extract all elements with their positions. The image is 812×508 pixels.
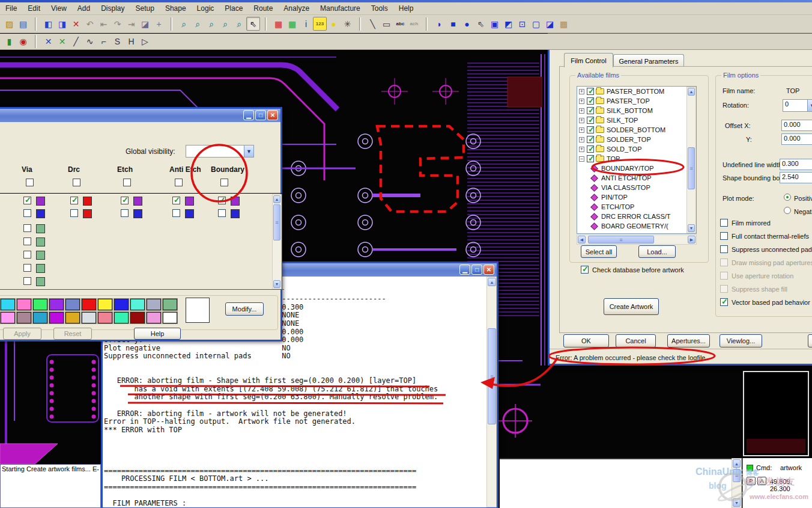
layer-color-swatch[interactable] xyxy=(36,197,45,206)
layer-color-swatch[interactable] xyxy=(231,209,240,218)
global-visibility-select[interactable]: ▼ xyxy=(186,145,254,158)
layer-color-swatch[interactable] xyxy=(133,209,142,218)
ok-button[interactable]: OK xyxy=(563,334,609,347)
palette-color-swatch[interactable] xyxy=(1,299,15,310)
undo-icon[interactable]: ↶ xyxy=(83,17,97,31)
menu-setup[interactable]: Setup xyxy=(130,3,160,14)
expand-icon[interactable]: + xyxy=(579,99,584,104)
close-icon[interactable]: ✕ xyxy=(267,110,278,120)
palette-color-swatch[interactable] xyxy=(163,312,177,323)
menu-route[interactable]: Route xyxy=(248,3,278,14)
command-window[interactable]: Starting Create artwork films... E- artw… xyxy=(0,464,101,508)
layer-visibility-checkbox[interactable] xyxy=(70,209,78,217)
add-vertex-icon[interactable]: ✕ xyxy=(41,35,55,49)
film-layer-anti-etch-top[interactable]: ANTI ETCH/TOP xyxy=(577,173,696,183)
palette-color-swatch[interactable] xyxy=(17,299,31,310)
next-icon[interactable]: ▷ xyxy=(138,35,152,49)
zoom-fit-icon[interactable]: ⌕ xyxy=(191,17,205,31)
shape-add-icon[interactable]: ▣ xyxy=(488,17,501,31)
option-checkbox-use-aperture-rotation[interactable] xyxy=(720,272,728,280)
option-checkbox-suppress-unconnected-pads[interactable] xyxy=(720,245,728,253)
film-layer-drc-error-class-t[interactable]: DRC ERROR CLASS/T xyxy=(577,212,696,221)
film-checkbox[interactable] xyxy=(587,136,594,143)
menu-edit[interactable]: Edit xyxy=(22,3,46,14)
shape-delete-islands-icon[interactable]: ▢ xyxy=(529,17,543,31)
plot-mode-negative-radio[interactable] xyxy=(784,207,791,214)
option-checkbox-full-contact-thermal-reliefs[interactable] xyxy=(720,232,728,240)
select-shape-icon[interactable]: ⇖ xyxy=(474,17,488,31)
zoom-pointer-icon[interactable]: ⇖ xyxy=(246,17,260,31)
expand-icon[interactable]: + xyxy=(579,147,584,152)
scroll-thumb[interactable] xyxy=(273,204,280,240)
film-folder-sold_top[interactable]: +SOLD_TOP xyxy=(577,144,696,154)
layer-color-swatch[interactable] xyxy=(36,264,45,273)
expand-icon[interactable]: + xyxy=(579,127,584,133)
minimize-icon[interactable]: ▁ xyxy=(459,265,470,275)
slide-icon[interactable]: ╱ xyxy=(69,35,83,49)
layer-color-swatch[interactable] xyxy=(36,224,45,233)
column-visibility-checkbox[interactable] xyxy=(73,179,80,186)
color-dialog-icon[interactable]: ▦ xyxy=(271,17,285,31)
expand-icon[interactable]: + xyxy=(579,89,584,94)
create-artwork-button[interactable]: Create Artwork xyxy=(604,298,659,315)
menu-place[interactable]: Place xyxy=(219,3,248,14)
film-checkbox[interactable] xyxy=(587,145,594,153)
shape-void-icon[interactable]: ◩ xyxy=(501,17,515,31)
edit-text-icon[interactable]: ach xyxy=(407,17,421,31)
select-all-button[interactable]: Select all xyxy=(581,245,617,258)
fix-icon[interactable]: ◪ xyxy=(138,17,152,31)
expand-icon[interactable]: + xyxy=(579,108,584,114)
move-icon[interactable]: ◨ xyxy=(55,17,69,31)
close-icon[interactable]: ✕ xyxy=(483,265,494,275)
palette-color-swatch[interactable] xyxy=(98,312,112,323)
menu-tools[interactable]: Tools xyxy=(366,3,393,14)
check-database-checkbox[interactable] xyxy=(581,266,589,274)
tab-general-parameters[interactable]: General Parameters xyxy=(613,54,684,67)
swap-icon[interactable]: S xyxy=(111,35,124,49)
menu-help[interactable]: Help xyxy=(393,3,419,14)
expand-icon[interactable]: + xyxy=(579,137,584,142)
grid-vscrollbar[interactable]: ▲ ▼ xyxy=(272,194,282,289)
flip-icon[interactable]: H xyxy=(124,35,138,49)
menu-logic[interactable]: Logic xyxy=(192,3,220,14)
film-checkbox[interactable] xyxy=(587,88,594,95)
layer-visibility-checkbox[interactable] xyxy=(23,251,31,259)
film-folder-silk_top[interactable]: +SILK_TOP xyxy=(577,115,696,125)
palette-color-swatch[interactable] xyxy=(147,299,161,310)
palette-color-swatch[interactable] xyxy=(65,299,80,310)
menu-view[interactable]: View xyxy=(46,3,72,14)
viewlog-button[interactable]: Viewlog... xyxy=(720,334,762,347)
undo-all-icon[interactable]: ⇤ xyxy=(97,17,111,31)
scroll-thumb[interactable] xyxy=(733,469,741,482)
palette-color-swatch[interactable] xyxy=(17,312,31,323)
layer-visibility-checkbox[interactable] xyxy=(121,209,129,217)
layer-color-swatch[interactable] xyxy=(83,197,92,206)
film-folder-paster_top[interactable]: +PASTER_TOP xyxy=(577,96,696,106)
layer-color-swatch[interactable] xyxy=(185,197,194,206)
film-layer-boundary-top[interactable]: BOUNDARY/TOP xyxy=(577,164,696,173)
add-line-icon[interactable]: ╲ xyxy=(366,17,380,31)
palette-color-swatch[interactable] xyxy=(33,299,47,310)
open-icon[interactable]: ▨ xyxy=(2,17,16,31)
scroll-up-icon[interactable]: ▲ xyxy=(273,195,280,203)
scroll-down-icon[interactable]: ▼ xyxy=(273,280,280,288)
film-checkbox[interactable] xyxy=(587,117,594,124)
column-visibility-checkbox[interactable] xyxy=(220,179,228,186)
measure-icon[interactable]: 123 xyxy=(313,17,327,31)
layer-visibility-checkbox[interactable] xyxy=(172,209,180,217)
delete-vertex-icon[interactable]: ✕ xyxy=(55,35,69,49)
option-checkbox-film-mirrored[interactable] xyxy=(720,219,728,227)
film-folder-paster_bottom[interactable]: +PASTER_BOTTOM xyxy=(577,87,696,96)
layer-color-swatch[interactable] xyxy=(36,251,45,260)
layer-visibility-checkbox[interactable] xyxy=(70,197,78,204)
option-checkbox-draw-missing-pad-apertures[interactable] xyxy=(720,259,728,266)
shape-merge-icon[interactable]: ◪ xyxy=(543,17,557,31)
menu-add[interactable]: Add xyxy=(72,3,95,14)
shape-circle-icon[interactable]: ● xyxy=(460,17,474,31)
film-checkbox[interactable] xyxy=(587,155,594,162)
maximize-icon[interactable]: □ xyxy=(255,110,266,120)
layer-visibility-checkbox[interactable] xyxy=(121,197,129,204)
film-checkbox[interactable] xyxy=(587,126,594,133)
zoom-previous-icon[interactable]: ⌕ xyxy=(232,17,246,31)
zoom-out-icon[interactable]: ⌕ xyxy=(219,17,232,31)
